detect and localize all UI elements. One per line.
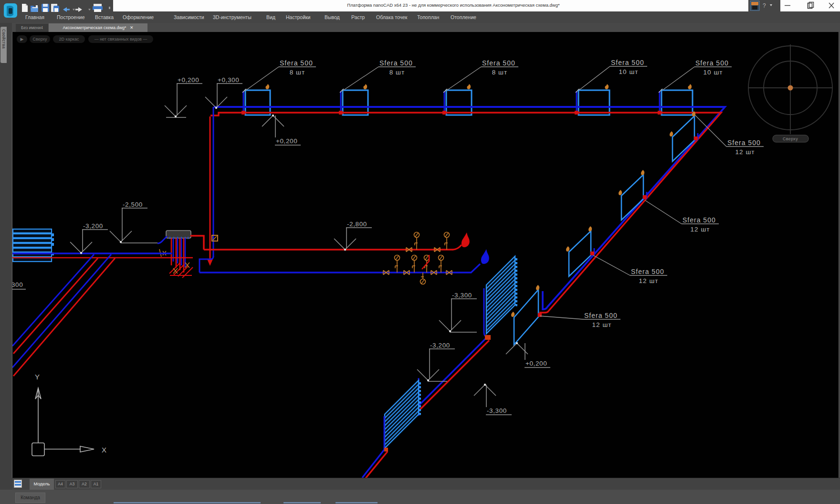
- svg-text:Сверху: Сверху: [783, 136, 798, 141]
- svg-text:Sfera 500: Sfera 500: [280, 59, 313, 67]
- svg-text:+0,300: +0,300: [218, 76, 239, 84]
- svg-text:Sfera 500: Sfera 500: [611, 59, 644, 66]
- svg-text:Sfera 500: Sfera 500: [584, 312, 618, 319]
- svg-text:-3,200: -3,200: [430, 342, 450, 349]
- svg-text:-2,500: -2,500: [123, 201, 143, 208]
- svg-text:300: 300: [11, 281, 23, 288]
- svg-text:10 шт: 10 шт: [619, 68, 639, 75]
- svg-text:Y: Y: [35, 373, 40, 381]
- svg-text:8 шт: 8 шт: [492, 69, 507, 76]
- svg-text:-2,800: -2,800: [347, 220, 367, 228]
- svg-text:+0,200: +0,200: [525, 360, 547, 367]
- svg-text:+0,200: +0,200: [276, 137, 297, 145]
- svg-text:-3,300: -3,300: [452, 292, 472, 299]
- svg-text:12 шт: 12 шт: [691, 226, 710, 233]
- svg-text:10 шт: 10 шт: [704, 69, 723, 76]
- svg-text:Sfera 500: Sfera 500: [379, 59, 413, 67]
- svg-text:8 шт: 8 шт: [290, 69, 305, 76]
- svg-text:12 шт: 12 шт: [735, 148, 755, 156]
- svg-text:8 шт: 8 шт: [389, 69, 405, 76]
- svg-text:Sfera 500: Sfera 500: [482, 59, 515, 67]
- svg-text:12 шт: 12 шт: [592, 321, 612, 328]
- svg-text:?: ?: [763, 2, 766, 9]
- svg-text:12 шт: 12 шт: [639, 277, 659, 284]
- svg-text:Sfera 500: Sfera 500: [631, 268, 664, 275]
- svg-text:Sfera 500: Sfera 500: [682, 216, 716, 224]
- svg-text:Sfera 500: Sfera 500: [695, 59, 729, 67]
- svg-text:-3,300: -3,300: [487, 407, 507, 414]
- svg-text:-3,200: -3,200: [83, 222, 103, 230]
- svg-text:Sfera 500: Sfera 500: [727, 139, 761, 147]
- svg-text:+0,200: +0,200: [178, 76, 199, 84]
- svg-text:X: X: [102, 446, 106, 454]
